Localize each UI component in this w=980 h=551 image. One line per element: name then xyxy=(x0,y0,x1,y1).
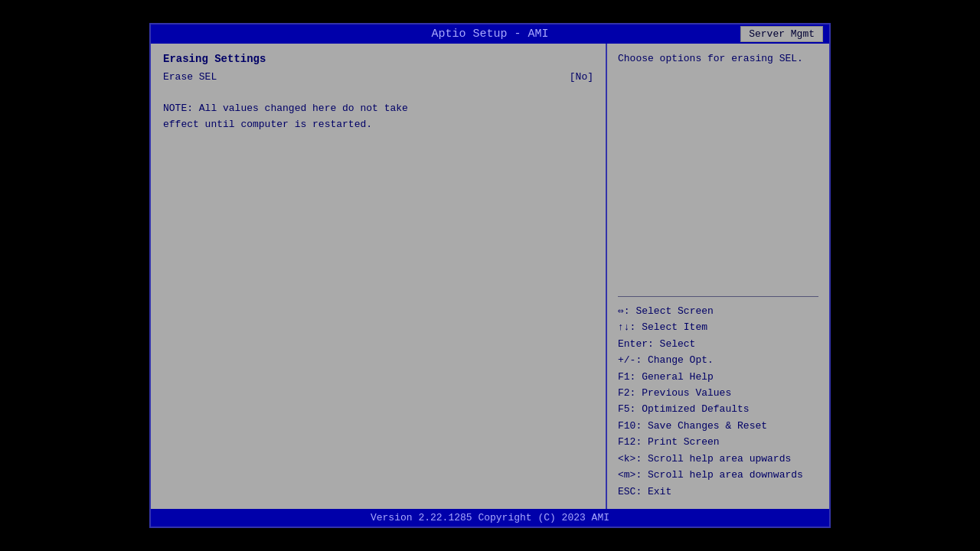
keybind-line: ↑↓: Select Item xyxy=(618,319,818,335)
keybind-line: F12: Print Screen xyxy=(618,434,818,450)
keybind-line: Enter: Select xyxy=(618,336,818,352)
note-line1: NOTE: All values changed here do not tak… xyxy=(163,101,593,117)
server-mgmt-tab[interactable]: Server Mgmt xyxy=(740,26,823,42)
keybind-line: F1: General Help xyxy=(618,369,818,385)
help-text-content: Choose options for erasing SEL. xyxy=(618,53,803,64)
keybind-line: <k>: Scroll help area upwards xyxy=(618,451,818,467)
keybind-line: <m>: Scroll help area downwards xyxy=(618,467,818,483)
erase-sel-label: Erase SEL xyxy=(163,71,217,83)
keybinds-section: ⇔: Select Screen↑↓: Select ItemEnter: Se… xyxy=(618,303,818,500)
keybind-line: F2: Previous Values xyxy=(618,385,818,401)
keybind-line: ESC: Exit xyxy=(618,484,818,500)
keybind-line: ⇔: Select Screen xyxy=(618,303,818,319)
right-divider xyxy=(618,296,818,297)
header-title: Aptio Setup - AMI xyxy=(431,28,548,41)
footer-version: Version 2.22.1285 Copyright (C) 2023 AMI xyxy=(371,512,609,523)
main-content: Erasing Settings Erase SEL [No] NOTE: Al… xyxy=(151,44,829,509)
keybind-line: F5: Optimized Defaults xyxy=(618,401,818,417)
footer-bar: Version 2.22.1285 Copyright (C) 2023 AMI xyxy=(151,509,829,527)
section-title: Erasing Settings xyxy=(163,53,593,65)
note-text: NOTE: All values changed here do not tak… xyxy=(163,101,593,133)
right-panel: Choose options for erasing SEL. ⇔: Selec… xyxy=(607,44,829,509)
help-text: Choose options for erasing SEL. xyxy=(618,53,818,290)
note-line2: effect until computer is restarted. xyxy=(163,117,593,133)
keybind-line: +/-: Change Opt. xyxy=(618,352,818,368)
left-panel: Erasing Settings Erase SEL [No] NOTE: Al… xyxy=(151,44,607,509)
keybind-line: F10: Save Changes & Reset xyxy=(618,418,818,434)
bios-window: Aptio Setup - AMI Server Mgmt Erasing Se… xyxy=(149,23,831,528)
erase-sel-row[interactable]: Erase SEL [No] xyxy=(163,71,593,83)
erase-sel-value: [No] xyxy=(570,71,593,83)
header-bar: Aptio Setup - AMI Server Mgmt xyxy=(151,24,829,44)
